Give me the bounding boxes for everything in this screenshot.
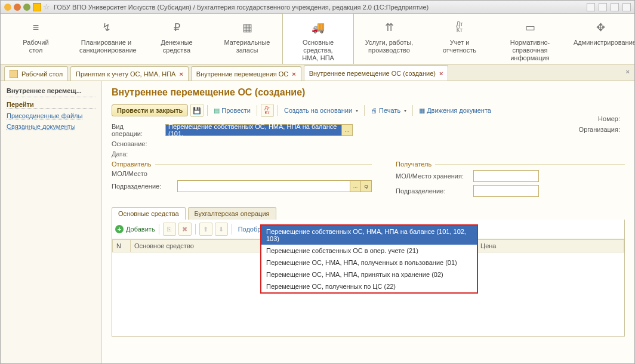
sender-subdivision-input[interactable] xyxy=(177,180,350,192)
add-row-button[interactable]: +Добавить xyxy=(115,225,155,233)
dtkt-button[interactable]: ДтКт xyxy=(261,104,274,117)
nav-materials[interactable]: ▦Материальные запасы xyxy=(212,14,282,64)
nav-planning[interactable]: ↯Планирование и санкционирование xyxy=(71,14,141,64)
org-label: Организация: xyxy=(579,126,620,133)
dropdown-option[interactable]: Перемещение собственных ОС в опер. учете… xyxy=(261,245,477,257)
nav-label: Денежные средства xyxy=(150,39,204,54)
dropdown-option[interactable]: Перемещение собственных ОС, НМА, НПА на … xyxy=(261,226,477,245)
sidebar-header: Внутреннее перемещ... xyxy=(7,87,95,97)
box-icon: ▭ xyxy=(503,20,557,35)
tab-desktop[interactable]: Рабочий стол xyxy=(4,66,68,81)
currency-icon: ₽ xyxy=(150,20,204,35)
toolbar-label: Движения документа xyxy=(427,107,491,114)
sidebar-goto-link[interactable]: Перейти xyxy=(7,101,95,109)
close-all-tabs-icon[interactable]: × xyxy=(626,68,630,75)
nav-admin[interactable]: ✥Администрирование xyxy=(565,14,635,64)
search-button[interactable]: Q xyxy=(361,180,372,192)
post-button[interactable]: ▤Провести xyxy=(211,107,253,115)
number-label: Номер: xyxy=(598,115,620,122)
dropdown-option[interactable]: Перемещение ОС, НМА, НПА, принятых на хр… xyxy=(261,269,477,280)
sliders-icon: ⇈ xyxy=(362,20,416,35)
tab-acceptance[interactable]: Принятия к учету ОС, НМА, НПА× xyxy=(70,66,189,81)
basis-label: Основание: xyxy=(112,140,165,147)
truck-icon: 🚚 xyxy=(291,20,345,35)
window-title: ГОБУ ВПО Университет Искусств (Субсидия)… xyxy=(54,4,429,11)
nav-reference[interactable]: ▭Нормативно-справочная информация xyxy=(495,14,565,64)
nav-label: Основные средства, НМА, НПА xyxy=(291,39,345,62)
col-price[interactable]: Цена xyxy=(477,240,624,252)
titlebar-tool-icon[interactable] xyxy=(587,3,595,11)
input-value: Перемещение собственных ОС, НМА, НПА на … xyxy=(168,123,339,137)
print-button[interactable]: 🖨Печать xyxy=(368,107,409,114)
operation-type-label: Вид операции: xyxy=(112,123,165,137)
operation-dropdown-button[interactable]: … xyxy=(342,124,353,136)
move-up-button[interactable]: ⬆ xyxy=(199,223,212,236)
operation-dropdown-list: Перемещение собственных ОС, НМА, НПА на … xyxy=(260,224,478,294)
sub-tabs: Основные средства Бухгалтерская операция xyxy=(112,207,625,220)
nav-label: Планирование и санкционирование xyxy=(79,39,133,54)
col-n[interactable]: N xyxy=(113,240,131,252)
list-icon: ≡ xyxy=(9,20,63,35)
flow-icon: ↯ xyxy=(79,20,133,35)
subdivision-label: Подразделение: xyxy=(112,183,177,190)
sidebar-link-related[interactable]: Связанные документы xyxy=(7,123,95,130)
date-label: Дата: xyxy=(112,150,165,158)
receiver-mol-input[interactable] xyxy=(473,170,539,182)
nav-label: Рабочий стол xyxy=(9,39,63,54)
toolbar-label: Создать на основании xyxy=(284,107,352,114)
form-title: Внутреннее перемещение ОС (создание) xyxy=(112,87,625,98)
copy-row-button[interactable]: ⎘ xyxy=(163,223,176,236)
lookup-button[interactable]: … xyxy=(350,180,361,192)
form-toolbar: Провести и закрыть 💾 ▤Провести ДтКт Созд… xyxy=(112,104,625,117)
operation-type-input[interactable]: Перемещение собственных ОС, НМА, НПА на … xyxy=(165,124,342,136)
dropdown-option[interactable]: Перемещение ОС, НМА, НПА, полученных в п… xyxy=(261,257,477,269)
post-and-close-button[interactable]: Провести и закрыть xyxy=(112,104,188,116)
app-window: ☆ ГОБУ ВПО Университет Искусств (Субсиди… xyxy=(0,0,635,364)
plus-icon: + xyxy=(115,225,124,233)
main-nav: ≡Рабочий стол ↯Планирование и санкционир… xyxy=(1,14,634,64)
tab-label: Рабочий стол xyxy=(21,70,63,78)
doc-icon: ▦ xyxy=(419,107,425,115)
tab-movement-create[interactable]: Внутреннее перемещение ОС (создание)× xyxy=(304,65,449,81)
titlebar-tool-icon[interactable] xyxy=(622,3,631,11)
receiver-subdivision-input[interactable] xyxy=(473,185,539,197)
mol-storage-label: МОЛ/Место хранения: xyxy=(396,172,473,180)
delete-row-button[interactable]: ✖ xyxy=(178,223,192,236)
move-down-button[interactable]: ⬇ xyxy=(215,223,228,236)
nav-label: Администрирование xyxy=(574,39,627,47)
nav-cash[interactable]: ₽Денежные средства xyxy=(141,14,212,64)
tab-label: Внутреннее перемещение ОС (создание) xyxy=(309,70,436,77)
titlebar-tool-icon[interactable] xyxy=(599,3,607,11)
window-minimize-icon[interactable] xyxy=(4,4,11,11)
titlebar: ☆ ГОБУ ВПО Университет Искусств (Субсиди… xyxy=(1,1,634,14)
nav-desktop[interactable]: ≡Рабочий стол xyxy=(1,14,71,64)
tab-close-icon[interactable]: × xyxy=(292,70,295,78)
document-tabs: Рабочий стол Принятия к учету ОС, НМА, Н… xyxy=(1,64,634,81)
nav-accounting[interactable]: Дт КтУчет и отчетность xyxy=(424,14,495,64)
tab-label: Принятия к учету ОС, НМА, НПА xyxy=(76,70,175,78)
printer-icon: 🖨 xyxy=(371,107,377,114)
window-close-icon[interactable] xyxy=(23,4,30,11)
window-maximize-icon[interactable] xyxy=(14,4,21,11)
app-logo-icon xyxy=(33,3,41,11)
create-basis-button[interactable]: Создать на основании xyxy=(282,107,360,114)
nav-fixed-assets[interactable]: 🚚Основные средства, НМА, НПА xyxy=(282,13,354,64)
toolbar-label: Провести xyxy=(221,107,251,114)
movements-button[interactable]: ▦Движения документа xyxy=(417,107,494,115)
nav-label: Услуги, работы, производство xyxy=(362,39,416,54)
nav-label: Материальные запасы xyxy=(220,39,274,54)
favorite-icon[interactable]: ☆ xyxy=(43,2,50,11)
tab-close-icon[interactable]: × xyxy=(439,70,443,77)
titlebar-tool-icon[interactable] xyxy=(611,3,619,11)
post-icon: ▤ xyxy=(214,107,220,115)
toolbar-label: Добавить xyxy=(126,226,155,233)
form-area: Внутреннее перемещение ОС (создание) Про… xyxy=(102,81,634,363)
sidebar-link-attached[interactable]: Присоединенные файлы xyxy=(7,112,95,119)
subtab-assets[interactable]: Основные средства xyxy=(112,207,186,220)
tab-close-icon[interactable]: × xyxy=(179,70,183,78)
dropdown-option[interactable]: Перемещение ОС, полученных по ЦС (22) xyxy=(261,280,477,292)
subtab-accounting[interactable]: Бухгалтерская операция xyxy=(188,207,276,220)
save-button[interactable]: 💾 xyxy=(190,104,204,117)
tab-movements-list[interactable]: Внутренние перемещения ОС× xyxy=(191,66,301,81)
nav-services[interactable]: ⇈Услуги, работы, производство xyxy=(354,14,424,64)
